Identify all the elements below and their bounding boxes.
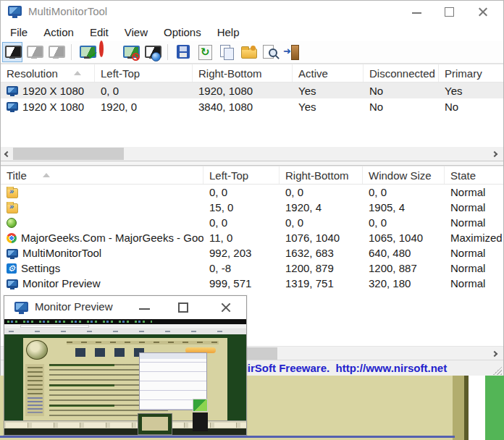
preview-title-bar[interactable]: Monitor Preview <box>4 296 246 319</box>
pane-splitter[interactable] <box>1 161 503 166</box>
cell-window-size: 640, 480 <box>363 247 445 259</box>
cell-left-top: 0, 0 <box>203 216 280 229</box>
menu-view[interactable]: View <box>117 26 156 38</box>
scroll-right-arrow[interactable] <box>490 347 503 360</box>
cell-title <box>1 218 203 228</box>
monitors-horizontal-scrollbar[interactable] <box>1 147 503 161</box>
cell-state: Normal <box>445 201 503 213</box>
active-monitor-icon[interactable] <box>3 43 22 62</box>
no-entry-icon <box>99 41 104 57</box>
preview-minimize-button[interactable] <box>129 296 161 319</box>
exit-icon[interactable] <box>282 43 301 62</box>
menu-file[interactable]: File <box>2 26 35 38</box>
cell-window-size: 320, 180 <box>363 277 445 289</box>
resize-grip[interactable] <box>493 366 502 375</box>
cell-primary: No <box>439 101 503 113</box>
scrollbar-thumb[interactable] <box>13 148 124 160</box>
preview-maximize-button[interactable] <box>168 296 200 319</box>
windows-table-rows: 0, 0 0, 0 0, 0 Normal 15, 0 1920, 4 1905… <box>1 185 503 291</box>
floppy-label <box>180 53 187 57</box>
properties-icon[interactable] <box>239 43 258 62</box>
preview-browser-addressbar <box>4 324 246 329</box>
cell-window-size: 1065, 1040 <box>363 232 445 244</box>
window-row[interactable]: 0, 0 0, 0 0, 0 Normal <box>1 215 503 230</box>
window-app-icon <box>7 279 18 288</box>
windows-table-header: Title Left-Top Right-Bottom Window Size … <box>1 166 503 185</box>
title-bar[interactable]: MultiMonitorTool <box>1 1 503 22</box>
cell-right-bottom: 3840, 1080 <box>193 101 293 113</box>
cell-window-size: 0, 0 <box>363 186 445 198</box>
preview-nav-bar <box>67 341 219 344</box>
column-header-state[interactable]: State <box>445 166 503 184</box>
scroll-left-arrow[interactable] <box>1 147 13 161</box>
window-row[interactable]: 0, 0 0, 0 0, 0 Normal <box>1 185 503 200</box>
monitor-row[interactable]: 1920 X 1080 0, 0 1920, 1080 Yes No Yes <box>1 82 503 98</box>
enable-monitor-icon[interactable] <box>46 43 65 62</box>
globe-icon <box>151 52 161 62</box>
disable-selected-monitor-icon[interactable] <box>121 43 140 62</box>
preview-site-logo <box>26 340 48 360</box>
window-app-icon <box>7 233 17 243</box>
window-row[interactable]: Settings 0, -8 1200, 879 1200, 887 Norma… <box>1 261 503 276</box>
column-header-resolution[interactable]: Resolution <box>1 64 95 82</box>
preview-green-ad <box>193 399 208 412</box>
maximize-icon <box>445 7 454 17</box>
turn-off-monitor-icon[interactable] <box>99 43 118 62</box>
maximize-button[interactable] <box>434 1 464 22</box>
cell-resolution: 1920 X 1080 <box>1 85 95 97</box>
preview-bottom-strip <box>4 428 246 435</box>
column-header-disconnected[interactable]: Disconnected <box>364 64 439 82</box>
column-header-primary[interactable]: Primary <box>439 64 503 82</box>
close-icon <box>477 7 488 17</box>
cell-state: Normal <box>445 262 503 274</box>
sort-ascending-icon <box>43 173 50 177</box>
preview-browser-tabbar <box>4 319 246 324</box>
menu-help[interactable]: Help <box>209 26 248 38</box>
monitors-table-header: Resolution Left-Top Right-Bottom Active … <box>1 64 503 82</box>
cell-primary: Yes <box>439 85 503 97</box>
monitor-row[interactable]: 1920 X 1080 1920, 0 3840, 1080 Yes No No <box>1 98 503 114</box>
refresh-icon[interactable] <box>196 43 214 62</box>
find-icon[interactable] <box>261 43 280 62</box>
column-header-left-top[interactable]: Left-Top <box>203 166 280 184</box>
copy-icon[interactable] <box>217 43 236 62</box>
save-icon[interactable] <box>174 43 193 62</box>
menu-action[interactable]: Action <box>35 26 82 38</box>
cell-title: MultiMonitorTool <box>1 247 203 259</box>
cell-disconnected: No <box>364 85 439 97</box>
preview-mini-monitor <box>138 413 172 435</box>
menu-edit[interactable]: Edit <box>82 26 117 38</box>
column-header-active[interactable]: Active <box>293 64 364 82</box>
preview-thumbnails <box>75 348 145 357</box>
background-stripe-khaki <box>453 376 464 440</box>
column-header-right-bottom[interactable]: Right-Bottom <box>193 64 293 82</box>
minimize-button[interactable] <box>401 1 432 22</box>
column-header-left-top[interactable]: Left-Top <box>95 64 193 82</box>
window-app-icon <box>7 218 17 228</box>
cell-disconnected: No <box>364 101 439 113</box>
menu-options[interactable]: Options <box>156 26 209 38</box>
preview-url-box <box>20 325 89 328</box>
cell-state: Normal <box>445 216 503 229</box>
preview-close-button[interactable] <box>210 296 242 319</box>
app-icon <box>8 6 22 16</box>
magnifier-handle <box>275 55 280 59</box>
disable-monitor-icon[interactable] <box>25 43 43 62</box>
monitor-on-icon[interactable]: ✔ <box>77 43 96 62</box>
column-header-right-bottom[interactable]: Right-Bottom <box>280 166 363 184</box>
app-icon <box>14 302 28 312</box>
column-header-title[interactable]: Title <box>1 166 203 184</box>
set-primary-monitor-icon[interactable] <box>143 43 161 62</box>
cell-right-bottom: 1920, 4 <box>280 201 363 213</box>
window-row[interactable]: MajorGeeks.Com - MajorGeeks - Google ...… <box>1 230 503 245</box>
cell-right-bottom: 0, 0 <box>280 216 363 229</box>
close-button[interactable] <box>467 1 497 22</box>
window-row[interactable]: MultiMonitorTool 992, 203 1632, 683 640,… <box>1 245 503 261</box>
window-row[interactable]: Monitor Preview 999, 571 1319, 751 320, … <box>1 276 503 291</box>
window-row[interactable]: 15, 0 1920, 4 1905, 4 Normal <box>1 200 503 215</box>
preview-sidebar <box>25 364 44 416</box>
cell-right-bottom: 1920, 1080 <box>193 85 293 97</box>
column-header-window-size[interactable]: Window Size <box>363 166 445 184</box>
scroll-right-arrow[interactable] <box>490 147 503 161</box>
cell-window-size: 0, 0 <box>363 216 445 229</box>
